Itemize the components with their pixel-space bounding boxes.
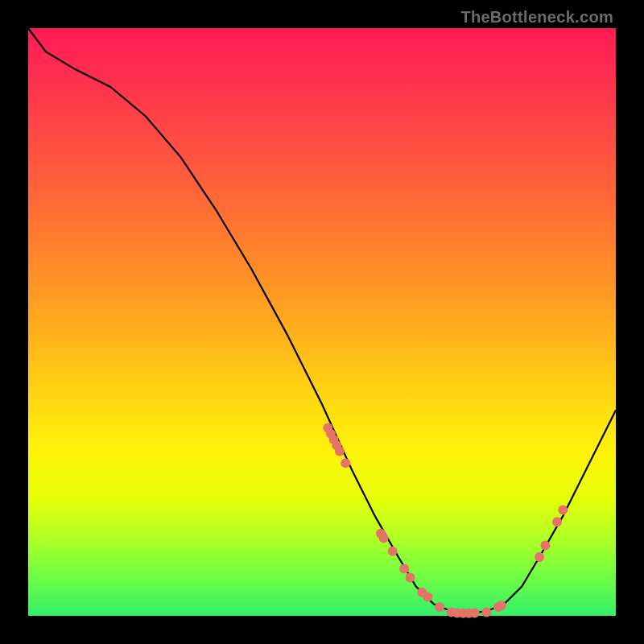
marker-point xyxy=(481,608,491,617)
marker-group xyxy=(323,423,568,617)
marker-point xyxy=(388,547,398,556)
marker-point xyxy=(497,601,506,610)
curve-path xyxy=(28,28,616,613)
watermark-text: TheBottleneck.com xyxy=(460,8,613,27)
marker-point xyxy=(423,592,432,602)
marker-point xyxy=(341,458,350,468)
marker-point xyxy=(535,552,544,562)
marker-point xyxy=(470,608,480,617)
marker-point xyxy=(552,517,562,526)
marker-point xyxy=(399,564,409,574)
marker-point xyxy=(558,506,568,515)
marker-point xyxy=(406,573,415,583)
marker-point xyxy=(435,602,444,612)
marker-point xyxy=(335,447,345,456)
marker-point xyxy=(540,540,550,550)
chart-overlay xyxy=(28,28,616,616)
marker-point xyxy=(379,534,389,543)
chart-area xyxy=(28,28,616,616)
